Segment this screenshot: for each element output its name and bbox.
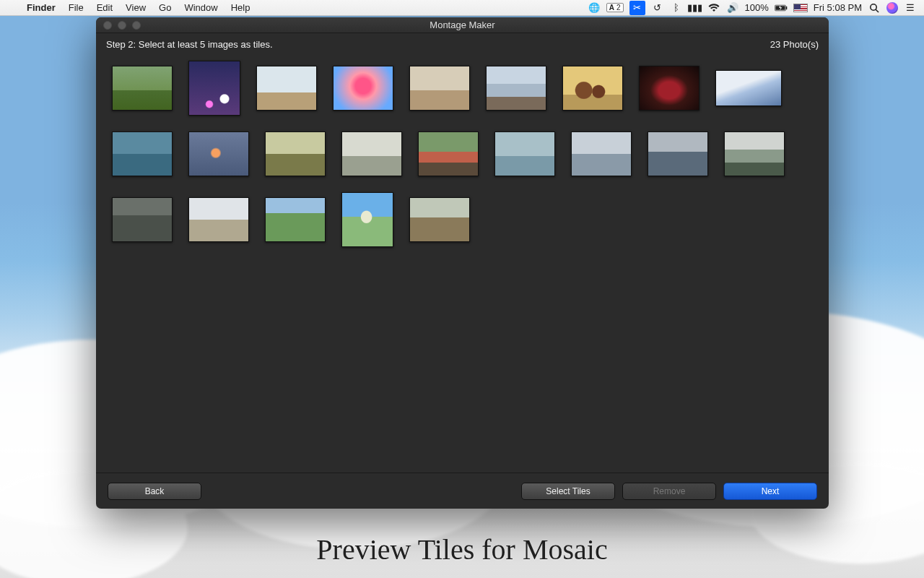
tile-thumbnail[interactable] xyxy=(112,66,173,111)
tile-thumbnail[interactable] xyxy=(341,192,393,247)
tile-thumbnail[interactable] xyxy=(333,66,393,111)
tile-thumbnail[interactable] xyxy=(265,131,326,176)
tile-thumbnail[interactable] xyxy=(409,66,470,111)
thumbnail-area xyxy=(96,55,829,473)
menu-help[interactable]: Help xyxy=(225,0,257,16)
thumbnail-grid xyxy=(112,61,813,247)
svg-rect-1 xyxy=(786,6,787,9)
next-button[interactable]: Next xyxy=(723,483,817,500)
montage-maker-window: Montage Maker Step 2: Select at least 5 … xyxy=(96,17,829,509)
notification-center-icon[interactable]: ☰ xyxy=(904,1,917,14)
tile-thumbnail[interactable] xyxy=(265,197,326,242)
tile-thumbnail[interactable] xyxy=(112,197,173,242)
window-titlebar[interactable]: Montage Maker xyxy=(96,17,829,33)
tile-thumbnail[interactable] xyxy=(418,131,479,176)
tile-thumbnail[interactable] xyxy=(341,131,402,176)
step-bar: Step 2: Select at least 5 images as tile… xyxy=(96,33,829,55)
input-flag-us-icon[interactable] xyxy=(793,4,808,12)
apple-menu-icon[interactable] xyxy=(7,1,20,14)
svg-point-3 xyxy=(871,4,876,9)
time-machine-icon[interactable]: ↺ xyxy=(651,1,664,14)
tile-thumbnail[interactable] xyxy=(256,66,317,111)
bluetooth-icon[interactable]: ᛒ xyxy=(670,1,683,14)
back-button[interactable]: Back xyxy=(108,483,201,500)
photo-count: 23 Photo(s) xyxy=(770,39,819,50)
menu-go[interactable]: Go xyxy=(152,0,178,16)
adobe-cc-badge[interactable]: A2 xyxy=(606,3,624,12)
tile-thumbnail[interactable] xyxy=(112,131,173,176)
wifi-icon[interactable] xyxy=(707,1,720,14)
menubar-app-name[interactable]: Finder xyxy=(20,0,62,16)
scissor-menu-icon[interactable]: ✂ xyxy=(629,1,645,15)
menu-window[interactable]: Window xyxy=(178,0,224,16)
menubar-clock[interactable]: Fri 5:08 PM xyxy=(814,2,862,13)
window-close-button[interactable] xyxy=(103,21,112,30)
menu-file[interactable]: File xyxy=(62,0,90,16)
step-instruction: Step 2: Select at least 5 images as tile… xyxy=(106,39,273,50)
battery-charging-icon xyxy=(775,1,788,14)
screenshot-caption: Preview Tiles for Mosaic xyxy=(0,532,924,566)
tile-thumbnail[interactable] xyxy=(715,70,782,106)
remove-button[interactable]: Remove xyxy=(622,483,716,500)
tile-thumbnail[interactable] xyxy=(648,131,708,176)
window-title: Montage Maker xyxy=(96,20,829,30)
window-zoom-button[interactable] xyxy=(132,21,141,30)
select-tiles-button[interactable]: Select Tiles xyxy=(521,483,615,500)
tile-thumbnail[interactable] xyxy=(724,131,785,176)
macos-menubar: Finder File Edit View Go Window Help 🌐 A… xyxy=(0,0,924,16)
siri-icon[interactable] xyxy=(886,2,898,14)
tile-thumbnail[interactable] xyxy=(409,197,470,242)
tile-thumbnail[interactable] xyxy=(188,61,240,116)
battery-percent[interactable]: 100% xyxy=(745,2,769,13)
tile-thumbnail[interactable] xyxy=(188,131,249,176)
tile-thumbnail[interactable] xyxy=(188,197,249,242)
menu-edit[interactable]: Edit xyxy=(90,0,119,16)
menu-view[interactable]: View xyxy=(119,0,152,16)
window-footer: Back Select Tiles Remove Next xyxy=(96,473,829,509)
volume-icon[interactable]: 🔊 xyxy=(726,1,739,14)
svg-line-4 xyxy=(876,9,879,12)
window-minimize-button[interactable] xyxy=(118,21,126,30)
globe-icon[interactable]: 🌐 xyxy=(588,1,601,14)
spotlight-icon[interactable] xyxy=(868,1,881,14)
tile-thumbnail[interactable] xyxy=(571,131,632,176)
tile-thumbnail[interactable] xyxy=(562,66,623,111)
tile-thumbnail[interactable] xyxy=(486,66,546,111)
tile-thumbnail[interactable] xyxy=(494,131,555,176)
adobe-badge-count: 2 xyxy=(616,4,621,12)
battery-icon[interactable]: ▮▮▮ xyxy=(689,1,702,14)
tile-thumbnail[interactable] xyxy=(639,66,699,111)
